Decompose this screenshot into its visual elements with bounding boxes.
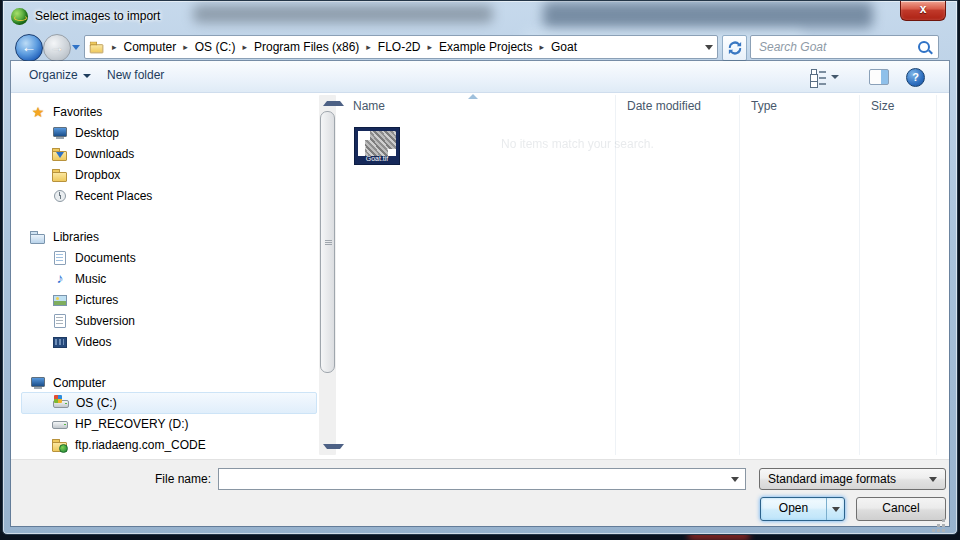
drive-icon (52, 416, 68, 432)
downloads-folder-icon (52, 146, 68, 162)
open-button-label: Open (761, 498, 826, 520)
sidebar-item-pictures[interactable]: Pictures (21, 289, 317, 310)
filter-selected-value: Standard image formats (768, 472, 929, 486)
breadcrumb-separator-icon: ▸ (183, 42, 188, 52)
history-dropdown-icon[interactable] (72, 45, 80, 50)
close-icon: x (901, 1, 945, 18)
column-divider (739, 95, 740, 455)
sidebar-item-hp-recovery[interactable]: HP_RECOVERY (D:) (21, 413, 317, 434)
libraries-icon (30, 229, 46, 245)
file-type-filter-dropdown[interactable]: Standard image formats (759, 468, 946, 490)
breadcrumb-separator-icon: ▸ (428, 42, 433, 52)
refresh-button[interactable] (722, 35, 747, 61)
change-view-button[interactable] (811, 68, 839, 83)
refresh-icon (728, 41, 742, 55)
breadcrumb-separator-icon: ▸ (242, 42, 247, 52)
desktop-icon (52, 125, 68, 141)
breadcrumb: ▸ Computer ▸ OS (C:) ▸ Program Files (x8… (105, 40, 699, 54)
scrollbar-grip (325, 240, 332, 241)
address-bar[interactable]: ▸ Computer ▸ OS (C:) ▸ Program Files (x8… (84, 35, 718, 59)
file-dialog-window: Select images to import x ← → ▸ Computer… (2, 0, 958, 535)
views-icon (811, 68, 826, 83)
close-button[interactable]: x (900, 1, 946, 21)
sidebar-item-downloads[interactable]: Downloads (21, 143, 317, 164)
breadcrumb-item-computer[interactable]: Computer (124, 40, 177, 54)
search-icon[interactable] (918, 41, 930, 53)
forward-button[interactable]: → (43, 34, 71, 62)
sidebar-item-recent-places[interactable]: Recent Places (21, 185, 317, 206)
background-window-blur (543, 2, 873, 28)
sidebar-item-documents[interactable]: Documents (21, 247, 317, 268)
back-button[interactable]: ← (15, 34, 43, 62)
file-name-field-label: File name: (149, 472, 211, 486)
breadcrumb-separator-icon: ▸ (539, 42, 544, 52)
videos-icon (52, 334, 68, 350)
search-input[interactable] (757, 39, 918, 55)
sidebar-item-favorites[interactable]: ★ Favorites (21, 101, 317, 122)
pictures-icon (52, 292, 68, 308)
chevron-down-icon (831, 75, 839, 79)
organize-menu-button[interactable]: Organize (29, 68, 91, 82)
column-header-type[interactable]: Type (739, 95, 859, 117)
computer-icon (30, 375, 46, 391)
column-header-name[interactable]: Name (341, 95, 615, 117)
file-name-input[interactable] (219, 470, 725, 488)
new-folder-button[interactable]: New folder (107, 68, 164, 82)
sidebar-item-os-c-selected[interactable]: OS (C:) (21, 392, 317, 414)
column-divider (936, 95, 937, 455)
preview-pane-button[interactable] (869, 69, 889, 85)
breadcrumb-item-flo2d[interactable]: FLO-2D (378, 40, 421, 54)
sidebar-item-computer[interactable]: Computer (21, 372, 317, 393)
app-icon (11, 8, 28, 25)
file-thumbnail: Goat.tif (354, 127, 400, 165)
network-folder-icon (52, 437, 68, 453)
open-split-dropdown[interactable] (826, 498, 844, 520)
system-drive-icon (53, 395, 69, 411)
file-list-pane: Name Date modified Type Size No items ma… (341, 93, 949, 459)
background-window-blur (193, 5, 493, 23)
sidebar-item-libraries[interactable]: Libraries (21, 226, 317, 247)
breadcrumb-separator-icon: ▸ (112, 42, 117, 52)
chevron-down-icon[interactable] (731, 477, 739, 482)
documents-icon (52, 250, 68, 266)
sidebar-item-dropbox[interactable]: Dropbox (21, 164, 317, 185)
sidebar-item-music[interactable]: ♪ Music (21, 268, 317, 289)
sidebar-scrollbar[interactable] (319, 95, 336, 455)
sidebar-item-ftp[interactable]: ftp.riadaeng.com_CODE (21, 434, 317, 455)
sidebar-item-videos[interactable]: Videos (21, 331, 317, 352)
breadcrumb-item-program-files[interactable]: Program Files (x86) (254, 40, 359, 54)
breadcrumb-item-goat[interactable]: Goat (551, 40, 577, 54)
breadcrumb-item-example-projects[interactable]: Example Projects (439, 40, 532, 54)
organize-label: Organize (29, 68, 78, 82)
subversion-icon (52, 313, 68, 329)
navigation-pane: ★ Favorites Desktop Downloads Dropbox (21, 101, 317, 455)
recent-places-icon (52, 188, 68, 204)
breadcrumb-item-os-c[interactable]: OS (C:) (195, 40, 236, 54)
dialog-client-area: Organize New folder ? ★ F (11, 61, 949, 526)
star-icon: ★ (30, 104, 46, 120)
column-header-date-modified[interactable]: Date modified (615, 95, 739, 117)
cancel-button[interactable]: Cancel (856, 497, 946, 521)
empty-search-hint: No items match your search. (501, 137, 654, 151)
column-header-size[interactable]: Size (859, 95, 936, 117)
file-name-combobox[interactable] (218, 468, 746, 490)
file-name-label: Goat.tif (366, 154, 389, 163)
folder-icon (52, 167, 68, 183)
open-button[interactable]: Open (760, 497, 845, 521)
help-button[interactable]: ? (906, 68, 925, 87)
sidebar-item-desktop[interactable]: Desktop (21, 122, 317, 143)
browse-area: ★ Favorites Desktop Downloads Dropbox (11, 93, 949, 459)
window-title: Select images to import (35, 9, 160, 23)
sidebar-item-subversion[interactable]: Subversion (21, 310, 317, 331)
breadcrumb-separator-icon: ▸ (366, 42, 371, 52)
chevron-down-icon (832, 507, 840, 512)
file-item-goat-tif[interactable]: Goat.tif (351, 123, 403, 169)
resize-grip[interactable] (942, 519, 945, 522)
dialog-footer: File name: Standard image formats Open C… (11, 459, 949, 526)
folder-icon (90, 40, 104, 54)
address-dropdown-icon[interactable] (705, 45, 713, 50)
help-icon: ? (906, 68, 925, 87)
scrollbar-thumb[interactable] (320, 111, 335, 373)
search-box[interactable] (750, 35, 939, 59)
chevron-down-icon (929, 477, 937, 482)
